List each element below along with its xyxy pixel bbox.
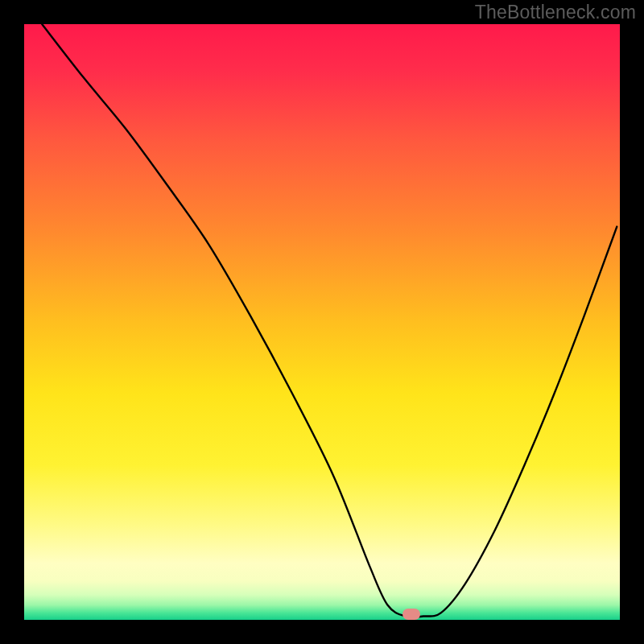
plot-frame (24, 24, 620, 620)
watermark-label: TheBottleneck.com (475, 2, 636, 23)
chart-stage: TheBottleneck.com (0, 0, 644, 644)
plot-area (24, 24, 620, 620)
optimal-marker (402, 609, 420, 620)
plot-svg (24, 24, 620, 620)
